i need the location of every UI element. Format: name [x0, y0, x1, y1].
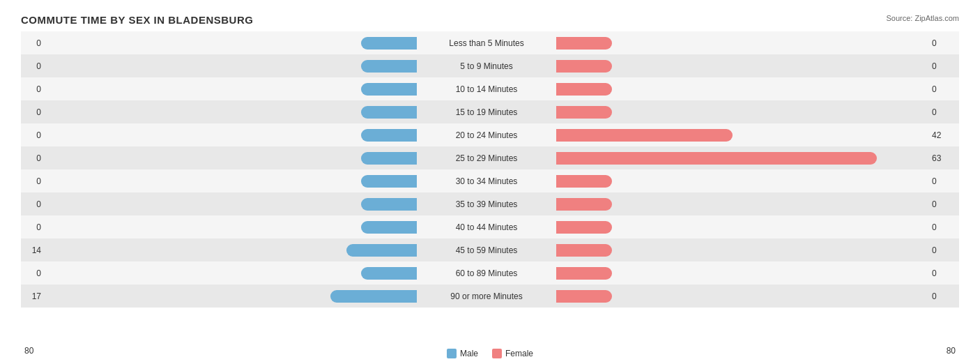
- male-bar: [361, 152, 417, 165]
- female-bar: [556, 37, 612, 50]
- female-value: 0: [928, 291, 959, 301]
- axis-right: 80: [947, 346, 956, 358]
- female-bar-side: [556, 36, 928, 51]
- row-label: 30 to 34 Minutes: [417, 176, 556, 186]
- chart-row: 17 90 or more Minutes 0: [21, 285, 959, 308]
- male-bar-side: [45, 197, 417, 212]
- bars-section: 15 to 19 Minutes: [45, 100, 928, 123]
- row-label: 20 to 24 Minutes: [417, 130, 556, 140]
- male-value: 0: [21, 176, 45, 186]
- male-bar-side: [45, 128, 417, 143]
- female-bar: [556, 129, 733, 142]
- row-label: 35 to 39 Minutes: [417, 199, 556, 209]
- bars-section: 20 to 24 Minutes: [45, 123, 928, 146]
- chart-title: COMMUTE TIME BY SEX IN BLADENSBURG: [21, 14, 959, 26]
- bars-section: 40 to 44 Minutes: [45, 215, 928, 238]
- female-bar-side: [556, 220, 928, 235]
- male-bar-side: [45, 243, 417, 258]
- female-value: 0: [928, 222, 959, 232]
- male-bar: [361, 83, 417, 96]
- female-value: 0: [928, 38, 959, 48]
- chart-row: 0 15 to 19 Minutes 0: [21, 100, 959, 123]
- male-bar-side: [45, 266, 417, 281]
- male-value: 0: [21, 199, 45, 209]
- chart-area: 0 Less than 5 Minutes 0 0 5 to 9 Minutes…: [21, 31, 959, 305]
- chart-row: 0 20 to 24 Minutes 42: [21, 123, 959, 146]
- chart-row: 0 60 to 89 Minutes 0: [21, 261, 959, 285]
- bars-section: 35 to 39 Minutes: [45, 192, 928, 215]
- source-label: Source: ZipAtlas.com: [886, 14, 959, 22]
- male-bar: [361, 175, 417, 188]
- legend-male: Male: [447, 349, 478, 358]
- female-value: 0: [928, 107, 959, 117]
- bars-section: 60 to 89 Minutes: [45, 261, 928, 285]
- male-value: 0: [21, 84, 45, 94]
- bars-section: 90 or more Minutes: [45, 285, 928, 308]
- chart-row: 0 30 to 34 Minutes 0: [21, 169, 959, 192]
- female-value: 63: [928, 153, 959, 163]
- female-bar: [556, 152, 877, 165]
- bars-section: 25 to 29 Minutes: [45, 146, 928, 169]
- female-value: 0: [928, 61, 959, 71]
- male-value: 0: [21, 268, 45, 278]
- chart-container: COMMUTE TIME BY SEX IN BLADENSBURG Sourc…: [0, 0, 980, 364]
- bars-section: Less than 5 Minutes: [45, 31, 928, 54]
- male-bar: [361, 37, 417, 50]
- female-value: 42: [928, 130, 959, 140]
- male-value: 0: [21, 38, 45, 48]
- row-label: 45 to 59 Minutes: [417, 245, 556, 255]
- male-bar-side: [45, 105, 417, 120]
- female-value: 0: [928, 176, 959, 186]
- female-bar: [556, 290, 612, 303]
- female-bar: [556, 83, 612, 96]
- row-label: 25 to 29 Minutes: [417, 153, 556, 163]
- female-bar-side: [556, 174, 928, 189]
- female-color-box: [492, 349, 502, 358]
- row-label: Less than 5 Minutes: [417, 38, 556, 48]
- female-bar-side: [556, 289, 928, 304]
- row-label: 5 to 9 Minutes: [417, 61, 556, 71]
- female-bar: [556, 106, 612, 119]
- male-bar-side: [45, 59, 417, 74]
- bars-section: 10 to 14 Minutes: [45, 77, 928, 100]
- row-label: 10 to 14 Minutes: [417, 84, 556, 94]
- male-bar: [361, 221, 417, 234]
- male-value: 0: [21, 153, 45, 163]
- female-bar-side: [556, 266, 928, 281]
- male-label: Male: [460, 349, 478, 358]
- male-bar-side: [45, 220, 417, 235]
- legend: Male Female: [447, 349, 533, 358]
- chart-row: 14 45 to 59 Minutes 0: [21, 238, 959, 261]
- bars-section: 30 to 34 Minutes: [45, 169, 928, 192]
- male-color-box: [447, 349, 457, 358]
- female-bar: [556, 198, 612, 211]
- male-bar: [361, 129, 417, 142]
- bars-section: 5 to 9 Minutes: [45, 54, 928, 77]
- axis-labels: 80 Male Female 80: [0, 342, 980, 358]
- bottom-section: 80 Male Female 80: [0, 342, 980, 358]
- chart-row: 0 5 to 9 Minutes 0: [21, 54, 959, 77]
- female-bar-side: [556, 105, 928, 120]
- male-bar: [361, 106, 417, 119]
- female-value: 0: [928, 199, 959, 209]
- male-bar: [361, 267, 417, 280]
- chart-row: 0 Less than 5 Minutes 0: [21, 31, 959, 54]
- female-bar: [556, 221, 612, 234]
- male-value: 0: [21, 61, 45, 71]
- male-bar: [361, 198, 417, 211]
- row-label: 90 or more Minutes: [417, 291, 556, 301]
- female-bar-side: [556, 243, 928, 258]
- male-bar-side: [45, 151, 417, 166]
- row-label: 60 to 89 Minutes: [417, 268, 556, 278]
- female-bar: [556, 244, 612, 257]
- male-bar: [346, 244, 417, 257]
- male-bar-side: [45, 82, 417, 97]
- legend-female: Female: [492, 349, 533, 358]
- male-bar-side: [45, 174, 417, 189]
- row-label: 15 to 19 Minutes: [417, 107, 556, 117]
- chart-row: 0 25 to 29 Minutes 63: [21, 146, 959, 169]
- male-bar-side: [45, 36, 417, 51]
- female-bar-side: [556, 59, 928, 74]
- female-bar: [556, 175, 612, 188]
- female-bar: [556, 60, 612, 73]
